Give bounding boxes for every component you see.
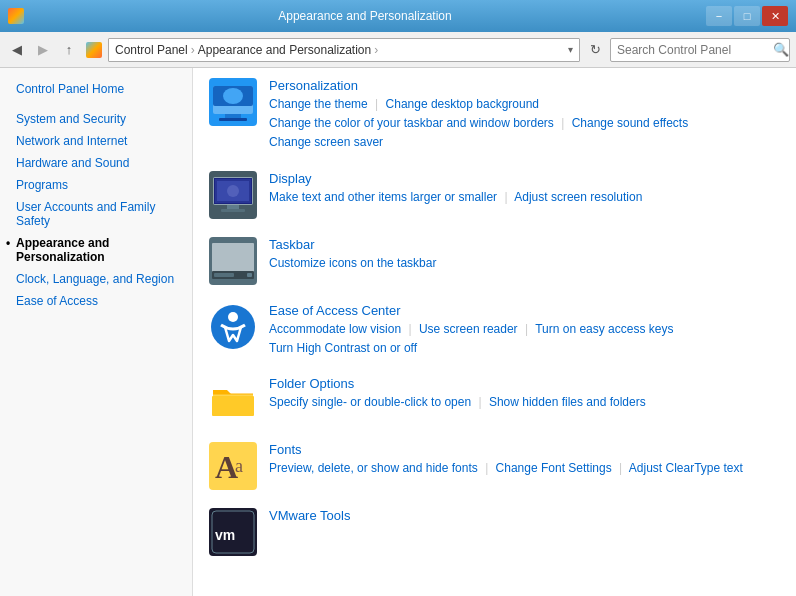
main-layout: Control Panel Home System and Security N… <box>0 68 796 596</box>
ease-access-icon <box>209 303 257 351</box>
easy-access-keys-link[interactable]: Turn on easy access keys <box>535 322 673 336</box>
folder-options-title[interactable]: Folder Options <box>269 376 354 391</box>
svg-rect-5 <box>219 118 247 121</box>
personalization-info: Personalization Change the theme | Chang… <box>269 78 780 153</box>
back-button[interactable]: ◀ <box>6 39 28 61</box>
text-size-link[interactable]: Make text and other items larger or smal… <box>269 190 497 204</box>
sidebar-item-ease-access[interactable]: Ease of Access <box>0 290 192 312</box>
category-taskbar: Taskbar Customize icons on the taskbar <box>209 237 780 285</box>
path-separator-2: › <box>374 43 378 57</box>
personalization-title[interactable]: Personalization <box>269 78 358 93</box>
search-box[interactable]: 🔍 <box>610 38 790 62</box>
sidebar-item-appearance[interactable]: Appearance andPersonalization <box>0 232 192 268</box>
svg-rect-11 <box>227 205 239 209</box>
sidebar-item-clock-language[interactable]: Clock, Language, and Region <box>0 268 192 290</box>
ease-access-info: Ease of Access Center Accommodate low vi… <box>269 303 780 358</box>
single-double-click-link[interactable]: Specify single- or double-click to open <box>269 395 471 409</box>
sidebar-item-programs[interactable]: Programs <box>0 174 192 196</box>
category-fonts: A a Fonts Preview, delete, or show and h… <box>209 442 780 490</box>
change-theme-link[interactable]: Change the theme <box>269 97 368 111</box>
category-folder-options: Folder Options Specify single- or double… <box>209 376 780 424</box>
folder-icon <box>86 42 102 58</box>
sidebar-item-system-security[interactable]: System and Security <box>0 108 192 130</box>
svg-rect-21 <box>212 396 254 416</box>
category-vmware: vm VMware Tools <box>209 508 780 556</box>
taskbar-links: Customize icons on the taskbar <box>269 254 780 273</box>
folder-options-info: Folder Options Specify single- or double… <box>269 376 780 412</box>
ease-access-links: Accommodate low vision | Use screen read… <box>269 320 780 358</box>
change-screensaver-link[interactable]: Change screen saver <box>269 135 383 149</box>
address-path[interactable]: Control Panel › Appearance and Personali… <box>108 38 580 62</box>
personalization-icon <box>209 78 257 126</box>
svg-point-13 <box>227 185 239 197</box>
sidebar-item-home[interactable]: Control Panel Home <box>0 78 192 100</box>
category-display: Display Make text and other items larger… <box>209 171 780 219</box>
fonts-title[interactable]: Fonts <box>269 442 302 457</box>
change-desktop-bg-link[interactable]: Change desktop background <box>386 97 539 111</box>
sidebar: Control Panel Home System and Security N… <box>0 68 193 596</box>
app-icon <box>8 8 24 24</box>
window-controls: − □ ✕ <box>706 6 788 26</box>
cleartype-link[interactable]: Adjust ClearType text <box>629 461 743 475</box>
svg-rect-17 <box>214 273 234 277</box>
vmware-icon: vm <box>209 508 257 556</box>
screen-resolution-link[interactable]: Adjust screen resolution <box>514 190 642 204</box>
path-dropdown-arrow[interactable]: ▾ <box>568 44 573 55</box>
svg-point-19 <box>211 305 255 349</box>
address-bar: ◀ ▶ ↑ Control Panel › Appearance and Per… <box>0 32 796 68</box>
title-bar-left <box>8 8 24 24</box>
taskbar-title[interactable]: Taskbar <box>269 237 315 252</box>
svg-rect-4 <box>225 114 241 118</box>
hidden-files-link[interactable]: Show hidden files and folders <box>489 395 646 409</box>
sidebar-item-hardware-sound[interactable]: Hardware and Sound <box>0 152 192 174</box>
high-contrast-link[interactable]: Turn High Contrast on or off <box>269 341 417 355</box>
folder-options-links: Specify single- or double-click to open … <box>269 393 780 412</box>
search-input[interactable] <box>611 43 773 57</box>
display-title[interactable]: Display <box>269 171 312 186</box>
screen-reader-link[interactable]: Use screen reader <box>419 322 518 336</box>
title-bar: Appearance and Personalization − □ ✕ <box>0 0 796 32</box>
fonts-icon: A a <box>209 442 257 490</box>
up-button[interactable]: ↑ <box>58 39 80 61</box>
close-button[interactable]: ✕ <box>762 6 788 26</box>
window-title: Appearance and Personalization <box>24 9 706 23</box>
preview-fonts-link[interactable]: Preview, delete, or show and hide fonts <box>269 461 478 475</box>
display-icon <box>209 171 257 219</box>
sidebar-item-user-accounts[interactable]: User Accounts and Family Safety <box>0 196 192 232</box>
category-personalization: Personalization Change the theme | Chang… <box>209 78 780 153</box>
customize-icons-link[interactable]: Customize icons on the taskbar <box>269 256 436 270</box>
fonts-links: Preview, delete, or show and hide fonts … <box>269 459 780 478</box>
taskbar-info: Taskbar Customize icons on the taskbar <box>269 237 780 273</box>
vmware-title[interactable]: VMware Tools <box>269 508 350 523</box>
ease-access-title[interactable]: Ease of Access Center <box>269 303 401 318</box>
change-color-link[interactable]: Change the color of your taskbar and win… <box>269 116 554 130</box>
path-root: Control Panel <box>115 43 188 57</box>
sidebar-gap <box>0 100 192 108</box>
folder-options-icon <box>209 376 257 424</box>
maximize-button[interactable]: □ <box>734 6 760 26</box>
svg-rect-15 <box>212 243 254 273</box>
change-sound-link[interactable]: Change sound effects <box>572 116 689 130</box>
sidebar-item-network-internet[interactable]: Network and Internet <box>0 130 192 152</box>
svg-text:vm: vm <box>215 527 235 543</box>
svg-rect-18 <box>247 273 252 277</box>
svg-rect-12 <box>221 209 245 212</box>
taskbar-icon <box>209 237 257 285</box>
forward-button[interactable]: ▶ <box>32 39 54 61</box>
path-current: Appearance and Personalization <box>198 43 371 57</box>
category-ease-access: Ease of Access Center Accommodate low vi… <box>209 303 780 358</box>
svg-text:a: a <box>235 456 243 476</box>
search-button[interactable]: 🔍 <box>773 39 789 61</box>
font-settings-link[interactable]: Change Font Settings <box>496 461 612 475</box>
vmware-info: VMware Tools <box>269 508 780 523</box>
low-vision-link[interactable]: Accommodate low vision <box>269 322 401 336</box>
svg-point-20 <box>228 312 238 322</box>
refresh-button[interactable]: ↻ <box>584 39 606 61</box>
content-area: Personalization Change the theme | Chang… <box>193 68 796 596</box>
minimize-button[interactable]: − <box>706 6 732 26</box>
path-separator-1: › <box>191 43 195 57</box>
display-links: Make text and other items larger or smal… <box>269 188 780 207</box>
personalization-links: Change the theme | Change desktop backgr… <box>269 95 780 153</box>
fonts-info: Fonts Preview, delete, or show and hide … <box>269 442 780 478</box>
display-info: Display Make text and other items larger… <box>269 171 780 207</box>
